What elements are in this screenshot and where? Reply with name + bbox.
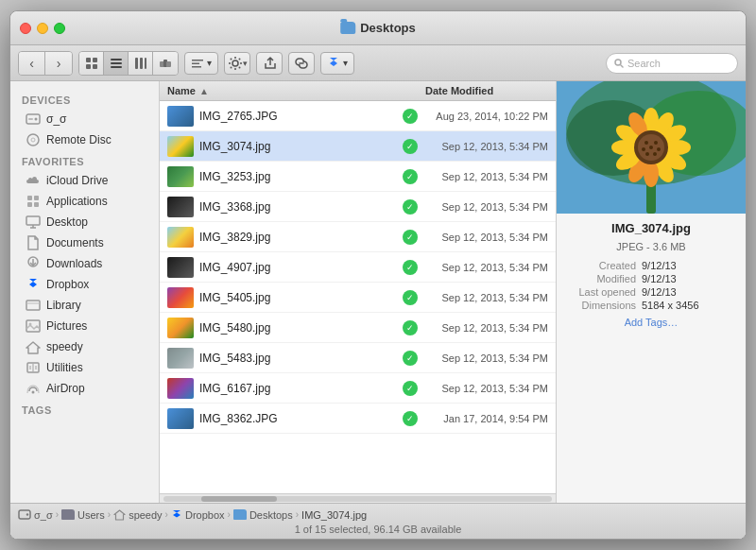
breadcrumb-home-icon [113, 509, 126, 521]
close-button[interactable] [20, 23, 31, 34]
table-row[interactable]: IMG_3368.jpg✓Sep 12, 2013, 5:34 PM [160, 192, 556, 222]
share-button[interactable] [256, 52, 283, 75]
status-text: 1 of 15 selected, 96.14 GB available [10, 524, 746, 537]
breadcrumb-users: Users [77, 509, 105, 521]
svg-marker-27 [330, 58, 337, 66]
link-button[interactable] [288, 52, 315, 75]
last-opened-label: Last opened [566, 286, 642, 298]
date-column-header[interactable]: Date Modified [425, 85, 548, 96]
forward-button[interactable]: › [45, 52, 72, 75]
pictures-icon [26, 318, 41, 334]
folder-icon [340, 22, 355, 34]
table-row[interactable]: IMG_5480.jpg✓Sep 12, 2013, 5:34 PM [160, 313, 556, 343]
svg-point-24 [238, 58, 240, 60]
name-column-header[interactable]: Name ▲ [167, 85, 425, 96]
status-bar: σ_σ › Users › speedy › Dropbox › Desktop… [10, 503, 746, 539]
dropbox-button[interactable]: ▾ [320, 52, 354, 75]
sidebar-item-macintosh[interactable]: σ_σ [14, 109, 155, 129]
sidebar-item-dropbox[interactable]: Dropbox [14, 274, 155, 295]
sync-status-icon: ✓ [403, 411, 418, 426]
breadcrumb-filename: IMG_3074.jpg [301, 509, 367, 521]
minimize-button[interactable] [37, 23, 48, 34]
preview-filename: IMG_3074.jpg [566, 221, 736, 235]
file-date: Sep 12, 2013, 5:34 PM [425, 232, 548, 243]
list-view-button[interactable] [104, 52, 129, 75]
sidebar-item-desktop[interactable]: Desktop [14, 212, 155, 232]
preview-meta: Created 9/12/13 Modified 9/12/13 Last op… [566, 260, 736, 311]
svg-rect-12 [166, 61, 171, 67]
breadcrumb-arrow-4: › [228, 509, 231, 520]
svg-point-32 [35, 118, 38, 121]
add-tags-button[interactable]: Add Tags… [566, 317, 736, 328]
table-row[interactable]: IMG_2765.JPG✓Aug 23, 2014, 10:22 PM [160, 101, 556, 131]
table-row[interactable]: IMG_5483.jpg✓Sep 12, 2013, 5:34 PM [160, 343, 556, 373]
svg-rect-38 [27, 202, 32, 207]
airdrop-icon [26, 381, 41, 396]
file-name: IMG_2765.JPG [199, 110, 395, 123]
back-button[interactable]: ‹ [19, 52, 45, 75]
file-panel: Name ▲ Date Modified IMG_2765.JPG✓Aug 23… [160, 81, 557, 503]
file-date: Aug 23, 2014, 10:22 PM [425, 111, 548, 122]
toolbar: ‹ › [10, 45, 746, 81]
file-thumbnail [167, 257, 194, 278]
modified-row: Modified 9/12/13 [566, 273, 736, 284]
file-list: IMG_2765.JPG✓Aug 23, 2014, 10:22 PMIMG_3… [160, 101, 556, 493]
sidebar-item-airdrop[interactable]: AirDrop [14, 378, 155, 399]
file-date: Sep 12, 2013, 5:34 PM [425, 262, 548, 273]
sidebar: Devices σ_σ Remote [10, 81, 160, 503]
file-thumbnail [167, 378, 194, 399]
arrange-button[interactable]: ▾ [184, 52, 218, 75]
table-row[interactable]: IMG_4907.jpg✓Sep 12, 2013, 5:34 PM [160, 252, 556, 283]
cover-flow-button[interactable] [153, 52, 178, 75]
preview-type: JPEG - 3.6 MB [566, 241, 736, 252]
sidebar-item-icloud[interactable]: iCloud Drive [14, 170, 155, 191]
svg-rect-6 [111, 66, 122, 68]
search-box[interactable]: Search [606, 53, 738, 74]
action-button[interactable]: ▾ [224, 52, 250, 75]
table-row[interactable]: IMG_3074.jpg✓Sep 12, 2013, 5:34 PM [160, 131, 556, 162]
svg-point-19 [229, 62, 231, 64]
table-row[interactable]: IMG_8362.JPG✓Jan 17, 2014, 9:54 PM [160, 404, 556, 434]
svg-line-30 [621, 65, 623, 67]
sidebar-item-remote-disc[interactable]: Remote Disc [14, 129, 155, 150]
svg-marker-45 [29, 279, 37, 287]
breadcrumb-dropbox-icon [171, 509, 182, 521]
svg-point-78 [642, 147, 645, 151]
svg-point-79 [657, 147, 661, 151]
column-view-button[interactable] [129, 52, 153, 75]
file-thumbnail [167, 106, 194, 127]
file-name: IMG_5480.jpg [199, 321, 395, 335]
sidebar-item-utilities[interactable]: Utilities [14, 357, 155, 378]
sidebar-item-library[interactable]: Library [14, 295, 155, 316]
last-opened-row: Last opened 9/12/13 [566, 286, 736, 298]
table-row[interactable]: IMG_3829.jpg✓Sep 12, 2013, 5:34 PM [160, 222, 556, 252]
sidebar-item-downloads[interactable]: Downloads [14, 253, 155, 274]
file-thumbnail [167, 318, 194, 338]
icon-view-button[interactable] [79, 52, 104, 75]
maximize-button[interactable] [54, 23, 65, 34]
traffic-lights [20, 23, 65, 34]
breadcrumb: σ_σ › Users › speedy › Dropbox › Desktop… [10, 507, 746, 524]
sidebar-item-documents[interactable]: Documents [14, 232, 155, 253]
scrollbar[interactable] [160, 493, 556, 503]
sidebar-item-speedy[interactable]: speedy [14, 336, 155, 357]
table-row[interactable]: IMG_6167.jpg✓Sep 12, 2013, 5:34 PM [160, 373, 556, 404]
scrollbar-thumb[interactable] [201, 496, 277, 502]
svg-point-76 [654, 141, 658, 145]
svg-point-81 [653, 152, 657, 156]
file-name: IMG_3368.jpg [199, 200, 395, 214]
sidebar-item-pictures[interactable]: Pictures [14, 316, 155, 336]
table-row[interactable]: IMG_3253.jpg✓Sep 12, 2013, 5:34 PM [160, 162, 556, 192]
sync-status-icon: ✓ [403, 260, 418, 275]
svg-rect-13 [192, 60, 203, 61]
svg-rect-5 [111, 62, 122, 64]
search-placeholder: Search [627, 58, 661, 69]
sync-status-icon: ✓ [403, 290, 418, 305]
airdrop-label: AirDrop [46, 382, 85, 395]
table-row[interactable]: IMG_5405.jpg✓Sep 12, 2013, 5:34 PM [160, 283, 556, 313]
modified-label: Modified [566, 273, 642, 284]
svg-rect-33 [28, 118, 33, 120]
window-title: Desktops [340, 21, 416, 35]
sidebar-item-applications[interactable]: Applications [14, 191, 155, 212]
breadcrumb-dropbox: Dropbox [185, 509, 225, 521]
